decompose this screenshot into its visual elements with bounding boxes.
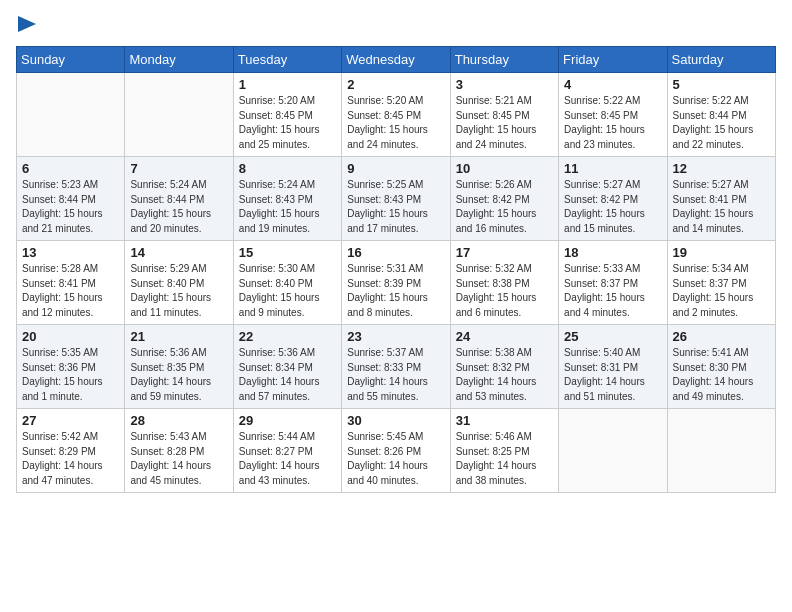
day-detail: Sunrise: 5:22 AM Sunset: 8:45 PM Dayligh… [564, 94, 661, 152]
calendar-week-row: 1Sunrise: 5:20 AM Sunset: 8:45 PM Daylig… [17, 73, 776, 157]
day-detail: Sunrise: 5:27 AM Sunset: 8:42 PM Dayligh… [564, 178, 661, 236]
day-detail: Sunrise: 5:44 AM Sunset: 8:27 PM Dayligh… [239, 430, 336, 488]
calendar-cell: 27Sunrise: 5:42 AM Sunset: 8:29 PM Dayli… [17, 409, 125, 493]
calendar-cell: 15Sunrise: 5:30 AM Sunset: 8:40 PM Dayli… [233, 241, 341, 325]
calendar-cell [17, 73, 125, 157]
calendar-week-row: 6Sunrise: 5:23 AM Sunset: 8:44 PM Daylig… [17, 157, 776, 241]
calendar-cell: 13Sunrise: 5:28 AM Sunset: 8:41 PM Dayli… [17, 241, 125, 325]
calendar-header-row: SundayMondayTuesdayWednesdayThursdayFrid… [17, 47, 776, 73]
day-number: 25 [564, 329, 661, 344]
day-number: 29 [239, 413, 336, 428]
calendar-cell: 12Sunrise: 5:27 AM Sunset: 8:41 PM Dayli… [667, 157, 775, 241]
day-number: 31 [456, 413, 553, 428]
calendar-cell: 29Sunrise: 5:44 AM Sunset: 8:27 PM Dayli… [233, 409, 341, 493]
calendar-day-header: Wednesday [342, 47, 450, 73]
calendar-cell: 8Sunrise: 5:24 AM Sunset: 8:43 PM Daylig… [233, 157, 341, 241]
calendar-cell: 14Sunrise: 5:29 AM Sunset: 8:40 PM Dayli… [125, 241, 233, 325]
calendar-cell: 7Sunrise: 5:24 AM Sunset: 8:44 PM Daylig… [125, 157, 233, 241]
day-detail: Sunrise: 5:36 AM Sunset: 8:34 PM Dayligh… [239, 346, 336, 404]
day-number: 16 [347, 245, 444, 260]
day-number: 10 [456, 161, 553, 176]
day-number: 22 [239, 329, 336, 344]
calendar-cell: 25Sunrise: 5:40 AM Sunset: 8:31 PM Dayli… [559, 325, 667, 409]
day-number: 18 [564, 245, 661, 260]
day-number: 23 [347, 329, 444, 344]
day-detail: Sunrise: 5:26 AM Sunset: 8:42 PM Dayligh… [456, 178, 553, 236]
day-number: 11 [564, 161, 661, 176]
day-detail: Sunrise: 5:41 AM Sunset: 8:30 PM Dayligh… [673, 346, 770, 404]
day-detail: Sunrise: 5:28 AM Sunset: 8:41 PM Dayligh… [22, 262, 119, 320]
day-number: 30 [347, 413, 444, 428]
logo-flag-icon [18, 16, 36, 38]
svg-marker-0 [18, 16, 36, 32]
day-detail: Sunrise: 5:36 AM Sunset: 8:35 PM Dayligh… [130, 346, 227, 404]
calendar-cell [559, 409, 667, 493]
calendar-day-header: Sunday [17, 47, 125, 73]
day-detail: Sunrise: 5:21 AM Sunset: 8:45 PM Dayligh… [456, 94, 553, 152]
day-number: 14 [130, 245, 227, 260]
calendar-week-row: 20Sunrise: 5:35 AM Sunset: 8:36 PM Dayli… [17, 325, 776, 409]
calendar-cell: 18Sunrise: 5:33 AM Sunset: 8:37 PM Dayli… [559, 241, 667, 325]
day-number: 15 [239, 245, 336, 260]
calendar-day-header: Thursday [450, 47, 558, 73]
calendar-cell: 3Sunrise: 5:21 AM Sunset: 8:45 PM Daylig… [450, 73, 558, 157]
day-detail: Sunrise: 5:20 AM Sunset: 8:45 PM Dayligh… [347, 94, 444, 152]
day-number: 9 [347, 161, 444, 176]
calendar-week-row: 13Sunrise: 5:28 AM Sunset: 8:41 PM Dayli… [17, 241, 776, 325]
calendar-day-header: Tuesday [233, 47, 341, 73]
calendar-cell: 11Sunrise: 5:27 AM Sunset: 8:42 PM Dayli… [559, 157, 667, 241]
calendar-cell: 28Sunrise: 5:43 AM Sunset: 8:28 PM Dayli… [125, 409, 233, 493]
calendar-cell [125, 73, 233, 157]
day-number: 3 [456, 77, 553, 92]
day-detail: Sunrise: 5:24 AM Sunset: 8:43 PM Dayligh… [239, 178, 336, 236]
calendar-cell: 2Sunrise: 5:20 AM Sunset: 8:45 PM Daylig… [342, 73, 450, 157]
calendar-cell: 22Sunrise: 5:36 AM Sunset: 8:34 PM Dayli… [233, 325, 341, 409]
day-detail: Sunrise: 5:45 AM Sunset: 8:26 PM Dayligh… [347, 430, 444, 488]
calendar-cell: 1Sunrise: 5:20 AM Sunset: 8:45 PM Daylig… [233, 73, 341, 157]
day-number: 17 [456, 245, 553, 260]
day-detail: Sunrise: 5:24 AM Sunset: 8:44 PM Dayligh… [130, 178, 227, 236]
calendar-cell: 31Sunrise: 5:46 AM Sunset: 8:25 PM Dayli… [450, 409, 558, 493]
day-detail: Sunrise: 5:42 AM Sunset: 8:29 PM Dayligh… [22, 430, 119, 488]
calendar-day-header: Saturday [667, 47, 775, 73]
calendar-cell: 19Sunrise: 5:34 AM Sunset: 8:37 PM Dayli… [667, 241, 775, 325]
page-header [16, 16, 776, 38]
day-number: 21 [130, 329, 227, 344]
day-number: 20 [22, 329, 119, 344]
day-detail: Sunrise: 5:31 AM Sunset: 8:39 PM Dayligh… [347, 262, 444, 320]
day-detail: Sunrise: 5:29 AM Sunset: 8:40 PM Dayligh… [130, 262, 227, 320]
day-detail: Sunrise: 5:25 AM Sunset: 8:43 PM Dayligh… [347, 178, 444, 236]
calendar-cell: 10Sunrise: 5:26 AM Sunset: 8:42 PM Dayli… [450, 157, 558, 241]
day-number: 6 [22, 161, 119, 176]
day-detail: Sunrise: 5:35 AM Sunset: 8:36 PM Dayligh… [22, 346, 119, 404]
calendar-cell: 17Sunrise: 5:32 AM Sunset: 8:38 PM Dayli… [450, 241, 558, 325]
day-number: 27 [22, 413, 119, 428]
calendar-cell [667, 409, 775, 493]
day-number: 13 [22, 245, 119, 260]
day-detail: Sunrise: 5:32 AM Sunset: 8:38 PM Dayligh… [456, 262, 553, 320]
day-detail: Sunrise: 5:33 AM Sunset: 8:37 PM Dayligh… [564, 262, 661, 320]
calendar-cell: 21Sunrise: 5:36 AM Sunset: 8:35 PM Dayli… [125, 325, 233, 409]
calendar-day-header: Monday [125, 47, 233, 73]
day-detail: Sunrise: 5:40 AM Sunset: 8:31 PM Dayligh… [564, 346, 661, 404]
day-detail: Sunrise: 5:43 AM Sunset: 8:28 PM Dayligh… [130, 430, 227, 488]
day-number: 8 [239, 161, 336, 176]
calendar-cell: 23Sunrise: 5:37 AM Sunset: 8:33 PM Dayli… [342, 325, 450, 409]
day-number: 28 [130, 413, 227, 428]
calendar-cell: 20Sunrise: 5:35 AM Sunset: 8:36 PM Dayli… [17, 325, 125, 409]
day-number: 24 [456, 329, 553, 344]
day-number: 7 [130, 161, 227, 176]
day-detail: Sunrise: 5:34 AM Sunset: 8:37 PM Dayligh… [673, 262, 770, 320]
day-detail: Sunrise: 5:30 AM Sunset: 8:40 PM Dayligh… [239, 262, 336, 320]
calendar-day-header: Friday [559, 47, 667, 73]
calendar-table: SundayMondayTuesdayWednesdayThursdayFrid… [16, 46, 776, 493]
day-number: 4 [564, 77, 661, 92]
calendar-cell: 9Sunrise: 5:25 AM Sunset: 8:43 PM Daylig… [342, 157, 450, 241]
calendar-cell: 5Sunrise: 5:22 AM Sunset: 8:44 PM Daylig… [667, 73, 775, 157]
calendar-cell: 26Sunrise: 5:41 AM Sunset: 8:30 PM Dayli… [667, 325, 775, 409]
day-number: 5 [673, 77, 770, 92]
day-detail: Sunrise: 5:27 AM Sunset: 8:41 PM Dayligh… [673, 178, 770, 236]
day-detail: Sunrise: 5:23 AM Sunset: 8:44 PM Dayligh… [22, 178, 119, 236]
calendar-cell: 24Sunrise: 5:38 AM Sunset: 8:32 PM Dayli… [450, 325, 558, 409]
day-number: 19 [673, 245, 770, 260]
